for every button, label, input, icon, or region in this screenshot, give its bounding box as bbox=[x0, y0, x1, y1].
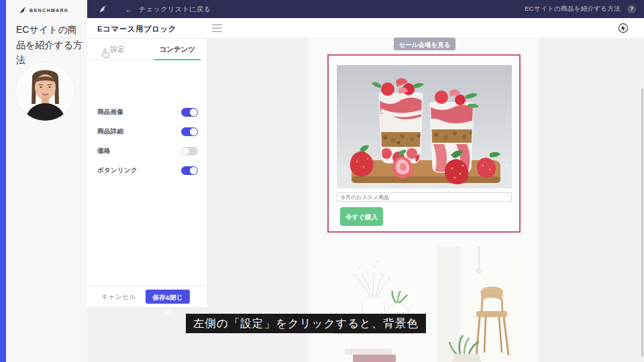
app-window: BENCHMARK ECサイトの商品を紹介する方法 ← チェックリストに戻る bbox=[0, 0, 644, 362]
feather-icon bbox=[99, 5, 107, 13]
cancel-button[interactable]: キャンセル bbox=[101, 292, 136, 302]
toggle-row-button-link: ボタンリンク bbox=[97, 164, 198, 176]
toggle-row-price: 価格 bbox=[97, 145, 198, 157]
editor-topbar: ← チェックリストに戻る ECサイトの商品を紹介する方法 ? bbox=[87, 0, 644, 18]
view-sale-button[interactable]: セール会場を見る bbox=[394, 38, 455, 50]
thumbnail-vases[interactable] bbox=[333, 247, 417, 362]
brand-name: BENCHMARK bbox=[30, 8, 69, 13]
back-arrow-icon[interactable]: ← bbox=[125, 5, 133, 13]
product-image-toggle[interactable] bbox=[181, 108, 198, 117]
toggle-label: 商品詳細 bbox=[97, 127, 123, 136]
button-link-toggle[interactable] bbox=[181, 166, 198, 175]
toggle-label: 商品画像 bbox=[97, 108, 123, 117]
subtitle-caption: 左側の「設定」をクリックすると、背景色 bbox=[186, 314, 426, 333]
buy-now-button[interactable]: 今すぐ購入 bbox=[340, 207, 383, 226]
video-sidebar: BENCHMARK ECサイトの商品を紹介する方法 bbox=[0, 0, 87, 362]
back-to-checklist-link[interactable]: チェックリストに戻る bbox=[139, 5, 211, 14]
pointer-badge-icon bbox=[618, 23, 629, 34]
save-close-button[interactable]: 保存&閉じる bbox=[146, 290, 190, 304]
thumbnail-chair[interactable] bbox=[437, 247, 521, 362]
product-caption-input[interactable] bbox=[337, 192, 512, 202]
block-header-band: Eコマース用ブロック bbox=[87, 18, 644, 39]
toggle-label: ボタンリンク bbox=[97, 166, 138, 175]
toggle-label: 価格 bbox=[97, 147, 111, 156]
panel-footer: キャンセル 保存&閉じる bbox=[87, 286, 207, 307]
product-details-toggle[interactable] bbox=[181, 127, 198, 136]
toggle-row-product-image: 商品画像 bbox=[97, 106, 198, 118]
benchmark-logo: BENCHMARK bbox=[19, 7, 69, 14]
product-image[interactable] bbox=[337, 65, 512, 188]
tab-contents[interactable]: コンテンツ bbox=[148, 39, 208, 60]
block-panel-title: Eコマース用ブロック bbox=[97, 24, 176, 34]
video-title: ECサイトの商品を紹介する方法 bbox=[16, 22, 85, 68]
help-icon[interactable]: ? bbox=[627, 5, 636, 13]
menu-icon[interactable] bbox=[212, 24, 222, 32]
ecommerce-block-panel: 設定 コンテンツ 商品画像 商品詳細 価格 ボタンリンク キャンセル 保存&閉じ… bbox=[87, 39, 208, 307]
topbar-help-title: ECサイトの商品を紹介する方法 bbox=[525, 5, 621, 13]
price-toggle[interactable] bbox=[181, 147, 198, 156]
presenter-avatar bbox=[16, 62, 74, 121]
selected-ecommerce-block[interactable]: 今すぐ購入 bbox=[327, 54, 521, 233]
tab-settings[interactable]: 設定 bbox=[87, 39, 148, 60]
feather-icon bbox=[19, 7, 27, 14]
preview-scrollbar[interactable] bbox=[641, 88, 643, 357]
panel-tabs: 設定 コンテンツ bbox=[87, 39, 207, 60]
toggle-row-product-details: 商品詳細 bbox=[97, 125, 198, 137]
blue-accent-strip bbox=[0, 0, 6, 362]
hand-pointer-icon bbox=[101, 48, 110, 58]
